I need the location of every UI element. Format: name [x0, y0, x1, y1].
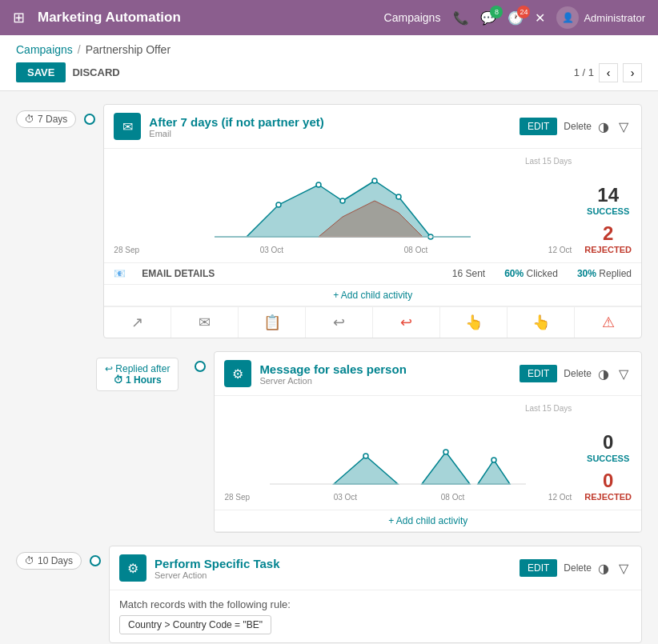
chart-area-2: Last 15 Days 28 Sep — [215, 396, 641, 510]
activity-card-3: ⚙ Perform Specific Task Server Action ED… — [109, 546, 642, 643]
email-stats-row: 16 Sent 60% Clicked 30% Replied — [452, 268, 632, 279]
add-child-bar-2[interactable]: + Add child activity — [215, 510, 641, 532]
x-label-1-3: 08 Oct — [404, 246, 427, 254]
chart-label-2: Last 15 Days — [224, 404, 572, 413]
rejected-count-2: 0 — [584, 470, 632, 492]
activity-type-cursor2[interactable]: 👆 — [508, 307, 575, 338]
clicked-label: Clicked — [527, 268, 558, 279]
svg-point-6 — [372, 178, 377, 183]
success-count-2: 0 — [584, 431, 632, 454]
node-circle-3 — [90, 555, 101, 566]
rejected-label-2: REJECTED — [584, 492, 632, 502]
activity-type-cursor1[interactable]: 👆 — [440, 307, 508, 338]
card-title-1: After 7 days (if not partner yet) — [149, 115, 512, 129]
delete-button-1[interactable]: Delete — [564, 121, 592, 132]
card-header-2: ⚙ Message for sales person Server Action… — [215, 352, 641, 396]
clock-icon-3: ⏱ — [25, 555, 34, 566]
svg-point-5 — [340, 198, 345, 203]
card-title-section-3: Perform Specific Task Server Action — [154, 557, 512, 580]
replied-label: Replied — [599, 268, 632, 279]
phone-icon[interactable]: 📞 — [453, 10, 469, 26]
success-count-1: 14 — [584, 184, 632, 206]
grid-icon[interactable]: ⊞ — [13, 9, 25, 26]
x-label-1-4: 12 Oct — [548, 246, 572, 254]
pagination: 1 / 1 ‹ › — [574, 63, 642, 82]
pie-chart-icon-3[interactable]: ◑ — [595, 558, 612, 579]
email-details-icon: 📧 — [114, 268, 126, 279]
discard-button[interactable]: DISCARD — [72, 66, 119, 78]
user-name: Administrator — [584, 12, 645, 24]
filter-icon-3[interactable]: ▽ — [616, 558, 632, 579]
user-section[interactable]: 👤 Administrator — [556, 6, 645, 29]
svg-marker-13 — [478, 460, 510, 484]
activity-type-arrow[interactable]: ↗ — [104, 307, 171, 338]
delete-button-3[interactable]: Delete — [564, 562, 592, 574]
chart-x-labels-2: 28 Sep 03 Oct 08 Oct 12 Oct — [224, 493, 572, 502]
pie-chart-icon-2[interactable]: ◑ — [595, 363, 612, 385]
messages-icon[interactable]: 💬 8 — [480, 10, 496, 26]
x-label-2-2: 03 Oct — [334, 493, 357, 502]
node-circle-1 — [84, 114, 95, 125]
svg-point-16 — [491, 458, 496, 462]
prev-page-button[interactable]: ‹ — [599, 63, 618, 82]
filter-icon-2[interactable]: ▽ — [616, 363, 632, 385]
edit-button-1[interactable]: EDIT — [520, 118, 557, 135]
activity-type-email[interactable]: ✉ — [171, 307, 239, 338]
campaign-row-3: ⏱ 10 Days ⚙ Perform Specific Task Server… — [16, 546, 642, 643]
x-label-2-4: 12 Oct — [548, 493, 572, 502]
card-actions-2: EDIT Delete ◑ ▽ — [520, 363, 632, 385]
activity-type-doc[interactable]: 📋 — [239, 307, 306, 338]
server-card-icon-3: ⚙ — [119, 554, 146, 582]
breadcrumb-parent[interactable]: Campaigns — [16, 43, 73, 56]
svg-marker-11 — [334, 456, 398, 484]
nav-icons: 📞 💬 8 🕐 24 ✕ 👤 Administrator — [453, 6, 645, 29]
success-label-1: SUCCESS — [584, 206, 632, 216]
email-details-bar-1: 📧 EMAIL DETAILS 16 Sent 60% Clicked 30% … — [104, 263, 641, 285]
task-rule-3: Match records with the following rule: C… — [110, 590, 641, 642]
add-child-bar-1[interactable]: + Add child activity — [104, 285, 641, 306]
delete-button-2[interactable]: Delete — [564, 368, 592, 379]
chart-area-1: Last 15 Days — [104, 149, 641, 263]
close-icon[interactable]: ✕ — [535, 10, 545, 26]
pagination-info: 1 / 1 — [574, 66, 594, 78]
filter-icon-1[interactable]: ▽ — [616, 116, 632, 138]
svg-point-3 — [276, 202, 281, 207]
campaigns-nav-link[interactable]: Campaigns — [384, 11, 441, 24]
chart-container-2: Last 15 Days 28 Sep — [224, 404, 572, 502]
edit-button-3[interactable]: EDIT — [520, 559, 557, 577]
svg-marker-12 — [422, 452, 470, 484]
card-actions-3: EDIT Delete ◑ ▽ — [520, 558, 632, 579]
chart-label-1: Last 15 Days — [114, 157, 572, 166]
edit-button-2[interactable]: EDIT — [520, 365, 557, 382]
card-title-section-1: After 7 days (if not partner yet) Email — [149, 115, 512, 138]
activity-type-reply1[interactable]: ↩ — [306, 307, 373, 338]
svg-point-7 — [396, 194, 401, 199]
replied-pct: 30% — [577, 268, 596, 279]
svg-point-15 — [443, 450, 448, 454]
save-button[interactable]: SAVE — [16, 62, 66, 82]
pie-chart-icon-1[interactable]: ◑ — [595, 116, 612, 138]
action-bar: SAVE DISCARD 1 / 1 ‹ › — [16, 62, 642, 90]
campaign-row-2: ↩ Replied after ⏱ 1 Hours ⚙ Message for … — [96, 351, 642, 533]
day-badge-1: ⏱ 7 Days — [16, 110, 76, 128]
chart-svg-1 — [114, 169, 572, 241]
email-details-label: EMAIL DETAILS — [142, 268, 215, 279]
activity-type-reply2[interactable]: ↩ — [373, 307, 440, 338]
activity-type-warning[interactable]: ⚠ — [575, 307, 641, 338]
server-card-icon-2: ⚙ — [224, 360, 251, 387]
activity-icon[interactable]: 🕐 24 — [508, 10, 524, 26]
chart-x-labels-1: 28 Sep 03 Oct 08 Oct 12 Oct — [114, 246, 572, 254]
x-label-2-3: 08 Oct — [441, 493, 464, 502]
activity-badge: 24 — [517, 6, 530, 18]
breadcrumb: Campaigns / Partnership Offer — [16, 43, 642, 56]
avatar: 👤 — [556, 6, 579, 29]
success-label-2: SUCCESS — [584, 454, 632, 463]
next-page-button[interactable]: › — [623, 63, 642, 82]
activity-types-row-1: ↗ ✉ 📋 ↩ ↩ 👆 👆 ⚠ — [104, 306, 641, 338]
top-nav: ⊞ Marketing Automation Campaigns 📞 💬 8 🕐… — [0, 0, 658, 35]
svg-point-4 — [316, 182, 321, 187]
card-title-section-2: Message for sales person Server Action — [259, 362, 512, 386]
chart-container-1: Last 15 Days — [114, 157, 572, 254]
campaign-row-1: ⏱ 7 Days ✉ After 7 days (if not partner … — [16, 104, 642, 338]
rejected-count-1: 2 — [584, 222, 632, 245]
